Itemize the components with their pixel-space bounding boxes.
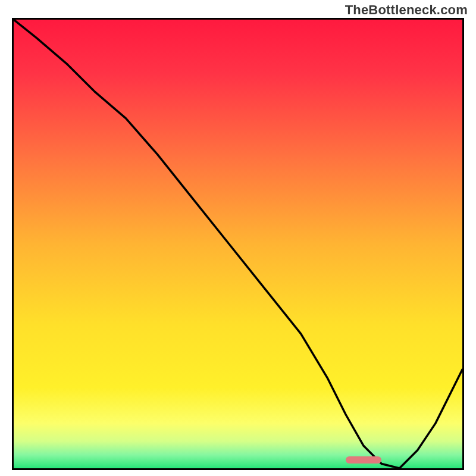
chart-container: TheBottleneck.com xyxy=(0,0,476,476)
bottleneck-curve xyxy=(14,20,462,468)
watermark-text: TheBottleneck.com xyxy=(345,2,468,18)
optimal-range-marker xyxy=(346,456,381,464)
plot-frame xyxy=(12,18,464,470)
curve-layer xyxy=(14,20,462,468)
